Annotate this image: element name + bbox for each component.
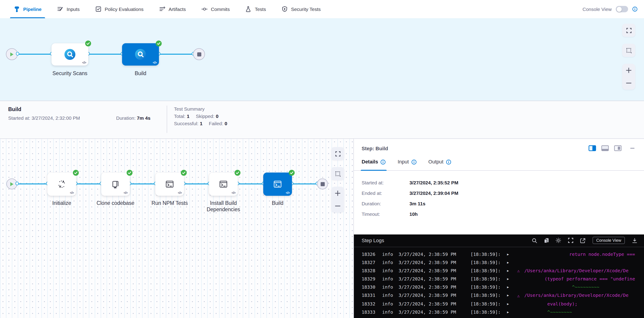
nav-tab-commits[interactable]: Commits [200,0,231,18]
stage-node-build[interactable]: </> [122,43,159,65]
zoom-out-button[interactable] [622,77,635,90]
fullscreen-icon [626,27,632,33]
log-level: info [382,283,393,292]
zoom-in-button[interactable] [331,187,344,200]
panel-tab-input[interactable]: Input [398,158,416,170]
terminal-icon [273,179,282,189]
stage-node-security-scans[interactable]: </> [52,43,88,65]
minimize-icon[interactable] [630,145,635,151]
nav-tab-tests[interactable]: Tests [244,0,267,18]
console-view-toggle[interactable] [616,6,628,12]
search-icon[interactable] [532,237,538,243]
expand-arrow-icon[interactable]: ▶ [507,267,509,275]
play-icon [10,52,14,57]
log-line-number: 18333 [362,308,376,317]
pipeline-edge [130,183,155,184]
info-icon[interactable] [380,159,386,165]
step-node-install-build-dependencies[interactable]: </> [209,173,238,196]
log-message: /Users/anka/Library/Developer/Xcode/De [524,292,628,300]
pipeline-edge [184,183,209,184]
detail-row-timeout: Timeout:10h [362,211,636,222]
log-level: info [382,250,393,258]
settings-icon[interactable] [555,237,562,244]
step-label: Run NPM Tests [147,200,192,206]
fullscreen-button[interactable] [622,24,635,37]
layout-bottom-icon[interactable] [601,145,609,151]
nav-tab-policy-evaluations[interactable]: Policy Evaluations [94,0,144,18]
end-node[interactable] [193,48,205,60]
screenshot-viewport: PipelineInputsPolicy EvaluationsArtifact… [0,0,644,318]
log-row: 18327info3/27/2024, 2:38:59 PM[18:38:59]… [362,258,644,267]
log-row: 18329info3/27/2024, 2:38:59 PM[18:38:59]… [362,275,644,283]
panel-tab-label: Input [398,159,409,164]
log-level: info [382,300,393,308]
zoom-in-button[interactable] [622,64,635,77]
log-date: 3/27/2024, 2:38:59 PM [398,308,457,317]
nav-tab-label: Artifacts [168,6,186,12]
download-icon[interactable] [632,237,638,243]
log-date: 3/27/2024, 2:38:59 PM [398,292,457,300]
fullscreen-button[interactable] [331,147,344,160]
detail-row-duration: Duration:3m 11s [362,201,636,211]
select-button[interactable] [622,44,635,57]
nav-tab-artifacts[interactable]: Artifacts [158,0,187,18]
zoom-in-icon [626,67,632,73]
log-level: info [382,275,393,283]
expand-arrow-icon[interactable]: ▶ [507,275,509,283]
nav-tab-bar: PipelineInputsPolicy EvaluationsArtifact… [0,0,335,18]
stage-pipeline-canvas[interactable]: </>Security Scans</>Build [0,18,644,101]
zoom-out-icon [626,80,632,86]
log-message: ^~~~~~~~~~ [517,283,599,292]
log-message: /Users/anka/Library/Developer/Xcode/De [524,267,628,275]
step-node-run-npm-tests[interactable]: </> [155,173,184,196]
pipeline-execution-page: PipelineInputsPolicy EvaluationsArtifact… [0,0,644,318]
expand-arrow-icon[interactable]: ▶ [507,283,509,292]
zoom-out-icon [335,203,341,209]
expand-arrow-icon[interactable]: ▶ [507,300,509,308]
select-icon [626,47,632,53]
console-view-button[interactable]: Console View [592,237,625,244]
step-graph-canvas[interactable]: </>Initialize</>Clone codebase</>Run NPM… [0,139,354,318]
panel-tab-output[interactable]: Output [428,158,451,170]
fullscreen-icon[interactable] [568,237,574,244]
detail-label: Timeout: [362,211,410,217]
pipeline-edge [17,183,47,184]
console-view-control: Console View [582,0,638,18]
detail-value: 3/27/2024, 2:39:04 PM [410,190,458,196]
end-node[interactable] [317,178,328,189]
log-message: (typeof performance === "undefine [517,275,635,283]
step-node-build[interactable]: </> [263,173,292,196]
summary-divider [167,106,167,133]
select-button[interactable] [331,167,344,180]
copy-icon[interactable] [543,237,549,243]
log-level: info [382,292,393,300]
step-node-initialize[interactable]: </> [47,173,76,196]
step-node-clone-codebase[interactable]: </> [101,173,130,196]
log-message: return node.nodeType === [517,250,635,258]
layout-right-icon[interactable] [588,145,596,151]
log-date: 3/27/2024, 2:38:59 PM [398,283,457,292]
expand-arrow-icon[interactable]: ▶ [507,250,509,258]
detail-label: Ended at: [362,190,410,196]
nav-tab-security-tests[interactable]: Security Tests [280,0,322,18]
success-check-icon [181,170,187,176]
zoom-out-button[interactable] [331,200,344,213]
panel-tab-details[interactable]: Details [362,158,386,170]
layout-float-icon[interactable] [614,145,622,151]
nav-tab-label: Pipeline [23,6,42,12]
nav-tab-inputs[interactable]: Inputs [56,0,80,18]
nav-tab-pipeline[interactable]: Pipeline [13,0,42,18]
info-icon[interactable] [632,6,638,12]
info-icon[interactable] [411,159,416,165]
expand-arrow-icon[interactable]: ▶ [507,292,509,300]
external-link-icon[interactable] [580,237,586,243]
test-summary-title: Test Summary [174,105,227,112]
log-message: eval(body); [517,300,578,308]
nav-tab-label: Commits [211,6,230,12]
stop-icon [320,182,324,186]
log-time: [18:38:59]: [470,283,500,292]
step-logs-body[interactable]: 18326info3/27/2024, 2:38:59 PM[18:38:59]… [354,247,644,318]
info-icon[interactable] [446,159,451,165]
expand-arrow-icon[interactable]: ▶ [507,308,509,317]
expand-arrow-icon[interactable]: ▶ [507,258,509,267]
